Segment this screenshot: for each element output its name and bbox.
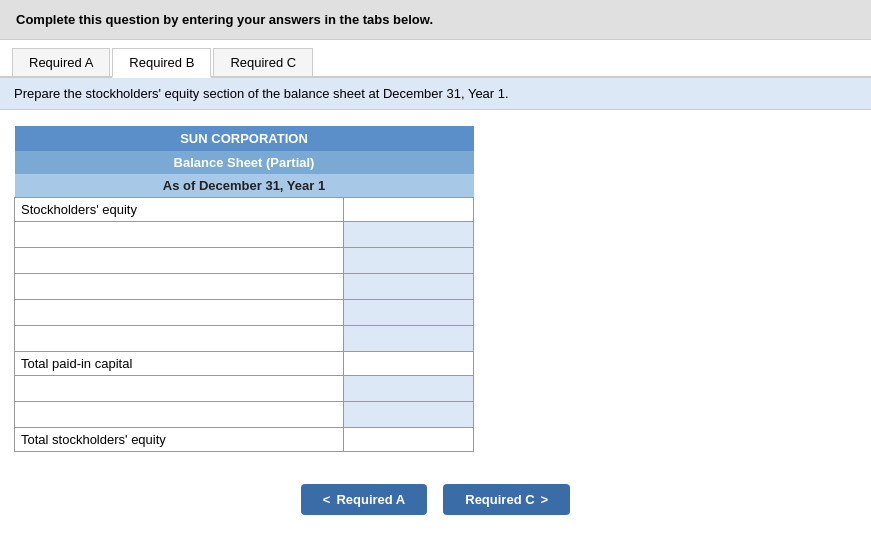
row-label-input-1[interactable]	[15, 223, 343, 247]
row-label-input-4[interactable]	[15, 301, 343, 325]
question-description: Prepare the stockholders' equity section…	[0, 78, 871, 110]
table-row	[15, 376, 474, 402]
row-label-cell-7[interactable]	[15, 402, 344, 428]
row-label-input-2[interactable]	[15, 249, 343, 273]
row-label-cell-6[interactable]	[15, 376, 344, 402]
row-value-cell-7[interactable]	[344, 402, 474, 428]
table-row	[15, 248, 474, 274]
row-value-cell-2[interactable]	[344, 248, 474, 274]
table-row	[15, 274, 474, 300]
total-paid-in-capital-row: Total paid-in capital	[15, 352, 474, 376]
prev-button-label: Required A	[336, 492, 405, 507]
table-title-header: Balance Sheet (Partial)	[15, 151, 474, 174]
tab-required-b[interactable]: Required B	[112, 48, 211, 78]
total-stockholders-equity-label: Total stockholders' equity	[15, 428, 344, 452]
row-value-cell-3[interactable]	[344, 274, 474, 300]
table-row	[15, 326, 474, 352]
row-value-input-1[interactable]	[344, 223, 473, 247]
table-row	[15, 222, 474, 248]
row-label-cell-1[interactable]	[15, 222, 344, 248]
company-name-header: SUN CORPORATION	[15, 126, 474, 151]
next-button-label: Required C	[465, 492, 534, 507]
row-value-input-4[interactable]	[344, 301, 473, 325]
row-value-input-5[interactable]	[344, 327, 473, 351]
table-subtitle-header: As of December 31, Year 1	[15, 174, 474, 198]
total-paid-in-capital-label: Total paid-in capital	[15, 352, 344, 376]
stockholders-equity-label: Stockholders' equity	[15, 198, 344, 222]
row-value-cell-5[interactable]	[344, 326, 474, 352]
row-value-input-6[interactable]	[344, 377, 473, 401]
row-label-input-3[interactable]	[15, 275, 343, 299]
tabs-container: Required A Required B Required C	[0, 40, 871, 78]
row-value-input-2[interactable]	[344, 249, 473, 273]
stockholders-equity-row: Stockholders' equity	[15, 198, 474, 222]
table-row	[15, 402, 474, 428]
stockholders-equity-value	[344, 198, 474, 222]
prev-button[interactable]: Required A	[301, 484, 427, 515]
nav-buttons-container: Required A Required C	[0, 468, 871, 535]
instruction-text: Complete this question by entering your …	[16, 12, 433, 27]
total-stockholders-equity-row: Total stockholders' equity	[15, 428, 474, 452]
balance-sheet-table: SUN CORPORATION Balance Sheet (Partial) …	[14, 126, 474, 452]
row-label-cell-4[interactable]	[15, 300, 344, 326]
row-value-cell-1[interactable]	[344, 222, 474, 248]
row-value-input-7[interactable]	[344, 403, 473, 427]
row-label-cell-5[interactable]	[15, 326, 344, 352]
row-value-cell-6[interactable]	[344, 376, 474, 402]
prev-arrow-icon	[323, 492, 331, 507]
table-row	[15, 300, 474, 326]
total-paid-in-capital-value	[344, 352, 474, 376]
table-container: SUN CORPORATION Balance Sheet (Partial) …	[0, 110, 871, 468]
total-stockholders-equity-value	[344, 428, 474, 452]
row-label-cell-3[interactable]	[15, 274, 344, 300]
row-label-input-5[interactable]	[15, 327, 343, 351]
instruction-bar: Complete this question by entering your …	[0, 0, 871, 40]
row-label-cell-2[interactable]	[15, 248, 344, 274]
tab-required-a[interactable]: Required A	[12, 48, 110, 76]
row-value-input-3[interactable]	[344, 275, 473, 299]
next-arrow-icon	[541, 492, 549, 507]
row-value-cell-4[interactable]	[344, 300, 474, 326]
row-label-input-6[interactable]	[15, 377, 343, 401]
row-label-input-7[interactable]	[15, 403, 343, 427]
tab-required-c[interactable]: Required C	[213, 48, 313, 76]
next-button[interactable]: Required C	[443, 484, 570, 515]
